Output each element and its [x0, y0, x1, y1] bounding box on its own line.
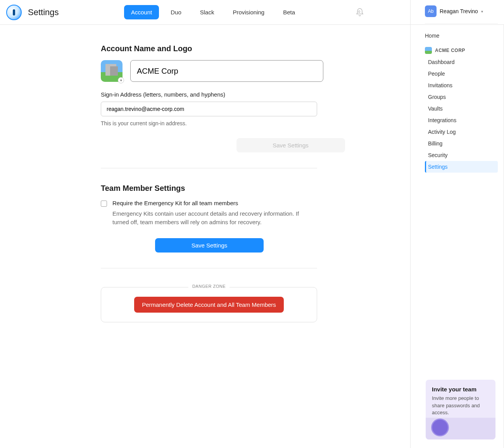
- divider: [101, 168, 317, 168]
- danger-zone-label: DANGER ZONE: [188, 284, 230, 289]
- signin-address-input[interactable]: [101, 102, 317, 116]
- signin-hint: This is your current sign-in address.: [101, 120, 480, 126]
- invite-description: Invite more people to share passwords an…: [432, 395, 489, 416]
- delete-account-button[interactable]: Permanently Delete Account and All Team …: [134, 297, 284, 313]
- invite-title: Invite your team: [432, 386, 489, 393]
- divider: [101, 268, 317, 268]
- chevron-down-icon: ▾: [481, 9, 483, 14]
- app-logo-icon[interactable]: [6, 5, 22, 20]
- tab-beta[interactable]: Beta: [276, 5, 302, 19]
- account-logo-picker[interactable]: ▾: [101, 60, 123, 82]
- account-section-heading: Account Name and Logo: [101, 44, 480, 53]
- tab-provisioning[interactable]: Provisioning: [226, 5, 271, 19]
- chevron-down-icon: ▾: [118, 77, 124, 83]
- tab-slack[interactable]: Slack: [193, 5, 221, 19]
- emergency-kit-checkbox[interactable]: [101, 201, 107, 207]
- avatar: Ab: [425, 5, 437, 17]
- save-account-button[interactable]: Save Settings: [236, 138, 345, 152]
- tab-duo[interactable]: Duo: [164, 5, 188, 19]
- tabs-container: Account Duo Slack Provisioning Beta: [124, 5, 302, 19]
- building-icon: [110, 66, 118, 76]
- danger-zone-box: Permanently Delete Account and All Team …: [101, 287, 317, 322]
- emergency-kit-label: Require the Emergency Kit for all team m…: [112, 200, 310, 206]
- signin-address-label: Sign-in Address (letters, numbers, and h…: [101, 91, 480, 98]
- team-section-heading: Team Member Settings: [101, 184, 480, 193]
- invite-card[interactable]: Invite your team Invite more people to s…: [426, 380, 495, 439]
- person-icon: [431, 419, 449, 436]
- account-name-input[interactable]: [130, 60, 323, 82]
- tab-account[interactable]: Account: [124, 5, 159, 19]
- page-title: Settings: [28, 7, 59, 17]
- notification-bell-icon[interactable]: 0: [355, 8, 364, 17]
- emergency-kit-description: Emergency Kits contain user account deta…: [112, 209, 310, 227]
- save-team-button[interactable]: Save Settings: [155, 238, 264, 253]
- user-name-label: Reagan Trevino: [440, 8, 478, 14]
- user-menu[interactable]: Ab Reagan Trevino ▾: [425, 5, 498, 24]
- notification-count: 0: [358, 10, 360, 14]
